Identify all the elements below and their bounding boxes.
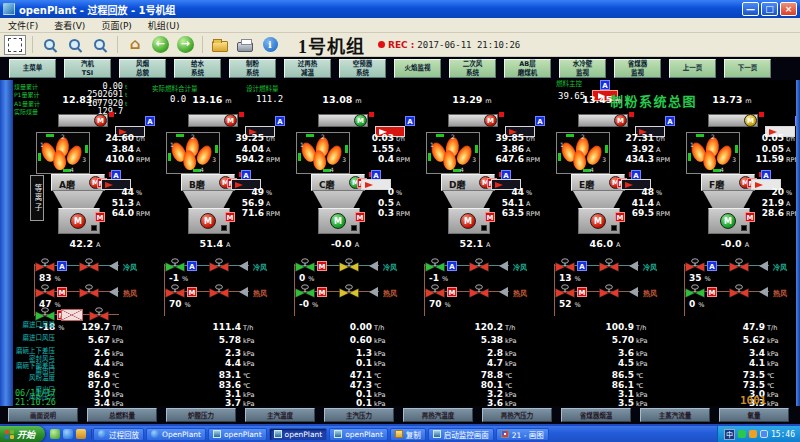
taskbar-window-button[interactable]: 21 - 画图 bbox=[496, 428, 549, 441]
menu-item[interactable]: 机组(U) bbox=[148, 19, 180, 32]
nav-button-9[interactable]: 二次风 系统 bbox=[449, 59, 496, 78]
tray-icon[interactable] bbox=[760, 430, 768, 438]
task-label: 启动监控画面 bbox=[444, 429, 489, 440]
taskbar-window-button[interactable]: 启动监控画面 bbox=[428, 428, 494, 441]
motor-icon: M bbox=[590, 213, 606, 229]
minimize-button[interactable]: — bbox=[742, 2, 759, 16]
taskbar-window-button[interactable]: openPlant bbox=[208, 428, 267, 441]
taskbar-window-button[interactable]: 过程回放 bbox=[93, 428, 144, 441]
coal-feeder-belt[interactable]: M bbox=[708, 114, 758, 127]
taskbar-window-button[interactable]: openPlant bbox=[269, 428, 328, 441]
coal-feeder-belt[interactable]: M bbox=[448, 114, 498, 127]
table-cell: 47.1℃ bbox=[318, 370, 392, 380]
valve-icon[interactable] bbox=[729, 284, 749, 304]
nav-button-4[interactable]: 给水 系统 bbox=[174, 59, 221, 78]
damper-row: A 冷风 35% bbox=[683, 258, 800, 284]
nav-button-8[interactable]: 火焰监视 bbox=[394, 59, 441, 78]
maximize-button[interactable]: □ bbox=[761, 2, 778, 16]
shortcut-button-3[interactable]: 炉膛压力 bbox=[166, 408, 236, 422]
nav-button-13[interactable]: 上一页 bbox=[669, 59, 716, 78]
coal-feeder-belt[interactable]: M bbox=[578, 114, 628, 127]
rec-colon: : bbox=[411, 40, 415, 50]
damper-row: M 热风 52% bbox=[553, 284, 681, 310]
taskbar-window-button[interactable]: OpenPlant bbox=[146, 428, 206, 441]
mill-body[interactable]: M bbox=[318, 208, 360, 234]
mill-name: F磨 bbox=[709, 178, 724, 191]
zoom-reset-button[interactable] bbox=[89, 35, 111, 55]
nav-button-14[interactable]: 下一页 bbox=[724, 59, 771, 78]
select-tool-button[interactable] bbox=[4, 35, 26, 55]
valve-icon[interactable] bbox=[599, 284, 619, 304]
browser-icon[interactable] bbox=[63, 429, 73, 439]
title-bar[interactable]: openPlant - 过程回放 - 1号机组 — □ × bbox=[0, 0, 800, 18]
fuel-master-label: 燃料主控 bbox=[556, 81, 582, 88]
tray-icon[interactable] bbox=[749, 430, 757, 438]
start-button[interactable]: 开始 bbox=[0, 426, 45, 442]
zoom-in-button[interactable] bbox=[39, 35, 61, 55]
print-button[interactable] bbox=[234, 35, 256, 55]
home-button[interactable]: ⌂ bbox=[124, 35, 146, 55]
coal-feeder-belt[interactable]: M bbox=[58, 114, 108, 127]
air-type-label: 热风 bbox=[773, 288, 787, 298]
menu-item[interactable]: 文件(F) bbox=[8, 19, 38, 32]
nav-button-2[interactable]: 汽机 TSI bbox=[64, 59, 111, 78]
valve-icon[interactable] bbox=[209, 284, 229, 304]
shortcut-button-5[interactable]: 主汽压力 bbox=[324, 408, 394, 422]
shortcut-button-6[interactable]: 再热汽温度 bbox=[403, 408, 473, 422]
valve-icon[interactable] bbox=[339, 284, 359, 304]
valve-icon[interactable] bbox=[599, 258, 619, 278]
air-nozzle-icon bbox=[759, 287, 768, 297]
menu-item[interactable]: 页面(P) bbox=[101, 19, 131, 32]
mill-body[interactable]: M bbox=[708, 208, 750, 234]
taskbar-window-button[interactable]: 复制 bbox=[390, 428, 426, 441]
nav-button-1[interactable]: 主菜单 bbox=[9, 59, 56, 78]
nav-button-5[interactable]: 制粉 系统 bbox=[229, 59, 276, 78]
nav-button-3[interactable]: 风烟 总貌 bbox=[119, 59, 166, 78]
nav-button-6[interactable]: 过再热 减温 bbox=[284, 59, 331, 78]
op-icon bbox=[213, 430, 221, 438]
valve-icon[interactable] bbox=[469, 258, 489, 278]
taskbar-window-button[interactable]: openPlant bbox=[329, 428, 388, 441]
ime-indicator[interactable]: 中 bbox=[724, 429, 735, 440]
launcher-icon[interactable] bbox=[50, 429, 60, 439]
table-cell: 0.60kPa bbox=[318, 335, 392, 345]
coal-feeder-belt[interactable]: M bbox=[188, 114, 238, 127]
valve-icon[interactable] bbox=[339, 258, 359, 278]
coal-feeder-belt[interactable]: M bbox=[318, 114, 368, 127]
info-button[interactable]: i bbox=[259, 35, 281, 55]
valve-icon[interactable] bbox=[469, 284, 489, 304]
shortcut-button-10[interactable]: 氧量 bbox=[719, 408, 789, 422]
nav-button-11[interactable]: 水冷壁 监视 bbox=[559, 59, 606, 78]
motor-icon: M bbox=[720, 213, 736, 229]
status-square bbox=[611, 225, 617, 231]
launcher-icon[interactable] bbox=[76, 429, 86, 439]
valve-icon[interactable] bbox=[79, 258, 99, 278]
tray-icon[interactable] bbox=[738, 430, 746, 438]
nav-button-7[interactable]: 空预器 系统 bbox=[339, 59, 386, 78]
valve-icon[interactable] bbox=[209, 258, 229, 278]
mill-body[interactable]: M bbox=[578, 208, 620, 234]
mill-body[interactable]: M bbox=[188, 208, 230, 234]
mill-body[interactable]: M bbox=[58, 208, 100, 234]
coal-bunker-level: 13.29m bbox=[439, 94, 505, 105]
shortcut-button-2[interactable]: 总燃料量 bbox=[87, 408, 157, 422]
zoom-out-button[interactable] bbox=[64, 35, 86, 55]
shortcut-button-4[interactable]: 主汽温度 bbox=[245, 408, 315, 422]
valve-icon[interactable] bbox=[729, 258, 749, 278]
shortcut-button-9[interactable]: 主蒸汽流量 bbox=[640, 408, 710, 422]
valve-icon[interactable] bbox=[79, 284, 99, 304]
shortcut-button-7[interactable]: 再热汽压力 bbox=[482, 408, 552, 422]
table-cell: 4.4kPa bbox=[56, 358, 130, 368]
shortcut-button-1[interactable]: 画面说明 bbox=[8, 408, 78, 422]
nav-button-10[interactable]: AB层 磨煤机 bbox=[504, 59, 551, 78]
damper-row: A 冷风 -1% bbox=[163, 258, 291, 284]
menu-item[interactable]: 查看(V) bbox=[54, 19, 85, 32]
shortcut-button-8[interactable]: 省煤器烟温 bbox=[561, 408, 631, 422]
forward-button[interactable]: → bbox=[174, 35, 196, 55]
open-file-button[interactable] bbox=[209, 35, 231, 55]
mill-body[interactable]: M bbox=[448, 208, 490, 234]
back-button[interactable]: ← bbox=[149, 35, 171, 55]
nav-button-12[interactable]: 省煤器 监视 bbox=[614, 59, 661, 78]
trend-shortcut-row: 画面说明总燃料量炉膛压力主汽温度主汽压力再热汽温度再热汽压力省煤器烟温主蒸汽流量… bbox=[0, 406, 800, 424]
close-button[interactable]: × bbox=[780, 2, 797, 16]
